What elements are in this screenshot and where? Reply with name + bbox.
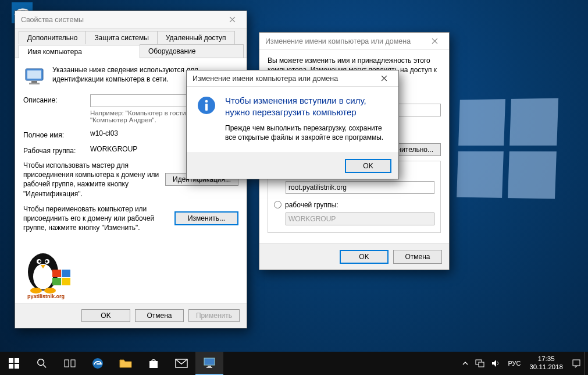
fullname-value: w10-cl03 (90, 129, 118, 137)
windows-logo-wallpaper (457, 98, 558, 199)
computer-icon (23, 65, 47, 89)
fullname-label: Полное имя: (23, 129, 90, 139)
titlebar[interactable]: Свойства системы (15, 11, 247, 29)
svg-rect-36 (479, 362, 484, 367)
network-icon (475, 359, 484, 367)
close-icon (432, 38, 438, 44)
svg-point-11 (30, 288, 42, 293)
svg-rect-37 (573, 360, 580, 366)
svg-rect-20 (205, 104, 208, 111)
clock-time: 17:35 (529, 355, 563, 363)
titlebar[interactable]: Изменение имени компьютера или домена (187, 70, 398, 87)
ok-button[interactable]: OK (81, 309, 130, 322)
tab-advanced[interactable]: Дополнительно (19, 31, 86, 44)
tab-remote[interactable]: Удаленный доступ (157, 31, 235, 44)
search-icon (37, 358, 47, 369)
watermark-logo: pyatilistnik.org (19, 244, 74, 299)
button-row: OK Отмена (259, 243, 449, 270)
folder-icon (119, 358, 132, 369)
svg-rect-22 (15, 358, 19, 363)
cancel-button[interactable]: Отмена (135, 309, 184, 322)
close-icon (229, 16, 236, 23)
tray-network[interactable] (472, 352, 488, 375)
svg-rect-21 (9, 358, 13, 363)
svg-rect-13 (52, 270, 61, 277)
apply-button[interactable]: Применить (188, 309, 240, 322)
svg-rect-16 (62, 278, 70, 285)
svg-rect-23 (9, 364, 13, 369)
info-icon (196, 95, 217, 142)
svg-rect-24 (15, 364, 19, 369)
workgroup-radio-label: рабочей группы: (285, 201, 338, 209)
taskbar-system-properties[interactable] (195, 352, 223, 375)
window-title: Изменение имени компьютера или домена (265, 37, 411, 45)
system-tray: РУС 17:35 30.11.2018 (459, 352, 588, 375)
taskbar-store[interactable] (140, 352, 168, 375)
store-icon (148, 358, 159, 369)
svg-rect-32 (204, 358, 215, 365)
task-view-button[interactable] (56, 352, 84, 375)
workgroup-input (286, 213, 434, 225)
workgroup-radio[interactable]: рабочей группы: (274, 201, 434, 209)
task-view-icon (64, 359, 76, 368)
svg-point-9 (38, 260, 41, 263)
svg-rect-28 (71, 360, 75, 367)
svg-point-12 (44, 288, 56, 293)
tray-notifications[interactable] (568, 352, 585, 375)
message-body: Прежде чем выполнить перезагрузку, сохра… (225, 123, 389, 142)
cancel-button[interactable]: Отмена (393, 250, 442, 264)
change-button[interactable]: Изменить... (174, 211, 238, 225)
svg-rect-27 (65, 360, 69, 367)
search-button[interactable] (28, 352, 56, 375)
domain-input[interactable] (286, 181, 434, 194)
svg-rect-14 (52, 278, 61, 285)
speaker-icon (491, 359, 501, 367)
change-text: Чтобы переименовать компьютер или присое… (23, 204, 174, 233)
button-row: OK (187, 153, 398, 179)
ok-button[interactable]: OK (345, 159, 391, 173)
svg-rect-33 (208, 366, 211, 367)
svg-rect-30 (149, 361, 158, 368)
show-desktop-button[interactable] (585, 352, 588, 375)
taskbar-explorer[interactable] (112, 352, 140, 375)
tray-chevron[interactable] (459, 352, 472, 375)
windows-icon (9, 358, 19, 369)
tray-clock[interactable]: 17:35 30.11.2018 (524, 355, 568, 372)
tray-language[interactable]: РУС (504, 352, 524, 375)
clock-date: 30.11.2018 (529, 363, 563, 372)
titlebar[interactable]: Изменение имени компьютера или домена (259, 33, 449, 50)
description-label: Описание: (23, 94, 90, 104)
close-icon (381, 75, 387, 82)
close-button[interactable] (422, 34, 447, 49)
svg-rect-15 (62, 270, 70, 277)
window-title: Свойства системы (21, 16, 84, 24)
ok-button[interactable]: OK (340, 250, 389, 264)
message-heading: Чтобы изменения вступили в силу, нужно п… (225, 95, 389, 118)
svg-line-26 (44, 365, 47, 368)
close-button[interactable] (372, 71, 396, 86)
tab-protection[interactable]: Защита системы (85, 31, 157, 44)
workgroup-value: WORKGROUP (90, 145, 137, 153)
close-button[interactable] (220, 12, 244, 27)
taskbar: РУС 17:35 30.11.2018 (0, 352, 588, 375)
tray-volume[interactable] (488, 352, 504, 375)
computer-icon (203, 357, 216, 369)
svg-point-19 (205, 100, 208, 103)
taskbar-mail[interactable] (168, 352, 195, 375)
taskbar-edge[interactable] (84, 352, 112, 375)
chevron-up-icon (462, 360, 468, 366)
svg-rect-3 (31, 81, 37, 83)
svg-rect-4 (29, 83, 40, 84)
svg-point-25 (38, 359, 44, 366)
button-row: OK Отмена Применить (15, 303, 247, 328)
workgroup-radio-input[interactable] (274, 201, 281, 208)
tab-hardware[interactable]: Оборудование (140, 44, 244, 58)
notification-icon (572, 359, 581, 368)
tab-computer-name[interactable]: Имя компьютера (19, 45, 140, 58)
start-button[interactable] (0, 352, 28, 375)
workgroup-label: Рабочая группа: (23, 145, 90, 155)
svg-rect-2 (27, 70, 41, 79)
identification-text: Чтобы использовать мастер для присоедине… (23, 161, 165, 199)
tab-row: Дополнительно Защита системы Удаленный д… (15, 29, 247, 58)
restart-required-dialog: Изменение имени компьютера или домена Чт… (186, 70, 399, 179)
